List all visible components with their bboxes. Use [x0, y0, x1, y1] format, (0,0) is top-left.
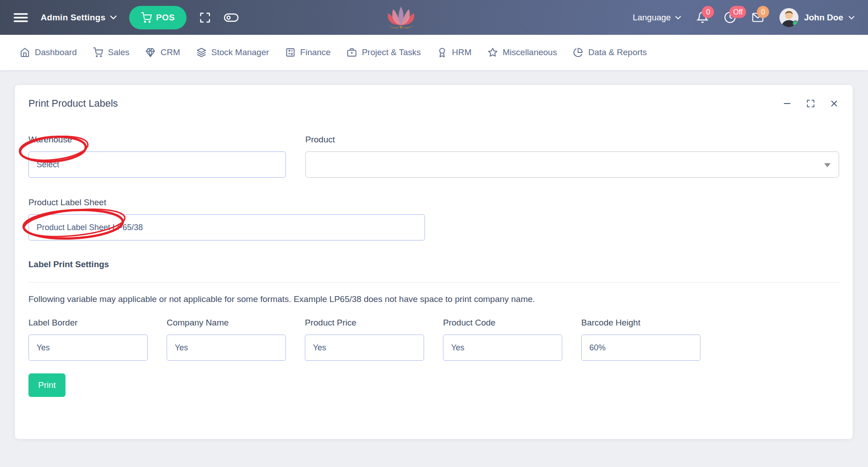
calculator-icon	[285, 47, 295, 57]
chevron-down-icon	[675, 16, 681, 19]
divider	[28, 282, 839, 283]
print-button[interactable]: Print	[28, 373, 65, 397]
settings-note: Following variable may applicable or not…	[28, 294, 839, 304]
warehouse-input[interactable]	[28, 151, 286, 178]
language-menu[interactable]: Language	[633, 13, 681, 23]
avatar	[779, 8, 798, 27]
lotus-logo	[386, 6, 416, 30]
label-sheet-input[interactable]	[28, 214, 425, 241]
admin-settings-menu[interactable]: Admin Settings	[41, 13, 117, 23]
company-name-label: Company Name	[167, 318, 286, 328]
star-icon	[488, 47, 498, 57]
nav-item-sales[interactable]: Sales	[93, 47, 130, 57]
product-label: Product	[305, 135, 839, 145]
home-icon	[20, 47, 30, 57]
briefcase-icon	[347, 47, 357, 57]
user-name: John Doe	[804, 13, 843, 23]
fullscreen-icon[interactable]	[199, 12, 211, 24]
notifications-button[interactable]: 0	[696, 11, 709, 24]
cart-icon	[141, 12, 152, 23]
admin-settings-label: Admin Settings	[41, 13, 106, 23]
nav-item-project-tasks[interactable]: Project & Tasks	[347, 47, 421, 57]
pos-label: POS	[156, 13, 175, 23]
product-code-label: Product Code	[443, 318, 562, 328]
chevron-down-icon	[110, 15, 117, 19]
nav-item-miscellaneous[interactable]: Miscellaneous	[488, 47, 557, 57]
product-code-input[interactable]	[443, 335, 562, 361]
label-border-label: Label Border	[28, 318, 148, 328]
nav-item-dashboard[interactable]: Dashboard	[20, 47, 77, 57]
nav-label: Data & Reports	[588, 47, 647, 57]
barcode-height-input[interactable]	[581, 335, 700, 361]
toggle-icon[interactable]	[224, 12, 239, 23]
nav-item-finance[interactable]: Finance	[285, 47, 331, 57]
cart-icon	[93, 47, 103, 57]
gem-icon	[145, 47, 155, 57]
user-menu[interactable]: John Doe	[779, 8, 854, 27]
nav-label: CRM	[160, 47, 180, 57]
nav-label: Miscellaneous	[503, 47, 557, 57]
message-badge: 0	[757, 6, 769, 18]
nav-item-hrm[interactable]: HRM	[437, 47, 471, 57]
nav-label: Sales	[108, 47, 130, 57]
product-price-input[interactable]	[305, 335, 424, 361]
messages-button[interactable]: 0	[751, 11, 764, 24]
close-icon[interactable]	[829, 99, 839, 108]
minimize-icon[interactable]	[782, 99, 792, 108]
maximize-icon[interactable]	[806, 99, 816, 108]
product-select[interactable]	[305, 151, 839, 178]
pie-chart-icon	[573, 47, 583, 57]
nav-label: Project & Tasks	[362, 47, 421, 57]
layers-icon	[196, 47, 206, 57]
award-icon	[437, 47, 447, 57]
pos-button[interactable]: POS	[129, 6, 187, 29]
print-product-labels-modal: Print Product Labels Warehouse Product	[15, 85, 853, 439]
nav-item-crm[interactable]: CRM	[145, 47, 180, 57]
nav-label: Finance	[300, 47, 331, 57]
label-border-input[interactable]	[28, 335, 148, 361]
nav-label: HRM	[452, 47, 471, 57]
module-nav: Dashboard Sales CRM Stock Manager Financ…	[0, 35, 868, 70]
label-print-settings-heading: Label Print Settings	[28, 259, 839, 269]
clock-status-badge: Off	[729, 6, 746, 18]
label-sheet-label: Product Label Sheet	[28, 198, 425, 208]
nav-item-stock-manager[interactable]: Stock Manager	[196, 47, 269, 57]
warehouse-label: Warehouse	[28, 135, 286, 145]
notification-badge: 0	[702, 6, 714, 18]
hamburger-menu-icon[interactable]	[14, 12, 28, 23]
modal-title: Print Product Labels	[28, 98, 118, 109]
product-price-label: Product Price	[305, 318, 424, 328]
select-caret-icon	[824, 163, 831, 167]
company-name-input[interactable]	[167, 335, 286, 361]
barcode-height-label: Barcode Height	[581, 318, 700, 328]
language-label: Language	[633, 13, 671, 23]
nav-item-data-reports[interactable]: Data & Reports	[573, 47, 647, 57]
topbar: Admin Settings POS Language	[0, 0, 868, 35]
nav-label: Stock Manager	[211, 47, 269, 57]
nav-label: Dashboard	[35, 47, 77, 57]
chevron-down-icon	[849, 16, 854, 19]
online-status-dot	[793, 20, 798, 26]
clock-button[interactable]: Off	[724, 11, 736, 24]
